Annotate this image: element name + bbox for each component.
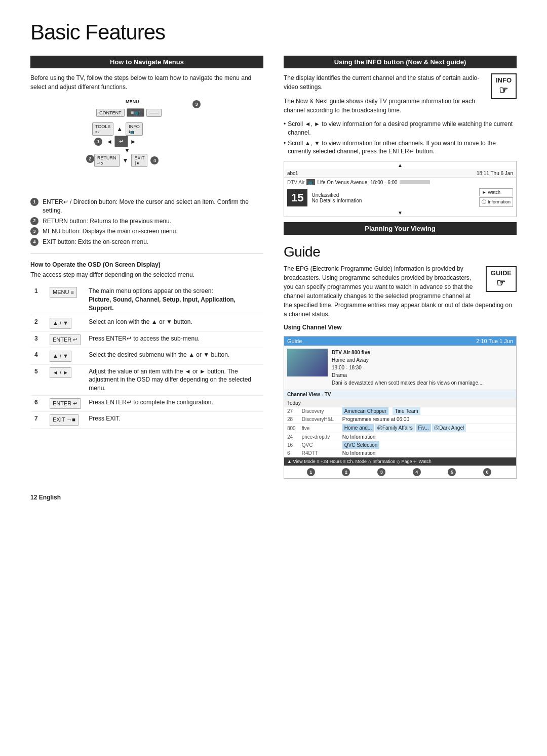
info-bullet-2-text: Scroll ▲, ▼ to view information for othe… bbox=[288, 139, 517, 156]
dpad-down: ▼ bbox=[124, 147, 130, 154]
osd-title: How to Operate the OSD (On Screen Displa… bbox=[30, 261, 263, 268]
ch-num-27: 27 bbox=[284, 407, 299, 415]
page-lang: English bbox=[39, 494, 61, 501]
ch-prog-27-2: Tine Team bbox=[393, 407, 420, 415]
guide-ch-row-6: 6 R4DTT No Information bbox=[284, 449, 516, 457]
guide-preview-image bbox=[287, 349, 328, 376]
watch-btn[interactable]: ► Watch bbox=[479, 188, 513, 196]
exit-btn-remote: EXIT│■ bbox=[131, 154, 147, 167]
today-label: Today bbox=[284, 399, 516, 407]
bullet-dot-2: • bbox=[284, 139, 286, 148]
ch-prog-28: Programmes resume at 06:00 bbox=[339, 415, 516, 424]
channel-view-label: Channel View - TV bbox=[287, 392, 331, 397]
info-section-header: Using the INFO button (Now & Next guide) bbox=[284, 56, 517, 68]
callout-1: 1 bbox=[94, 138, 102, 146]
bullet-1: 1 ENTER↵ / Direction button: Move the cu… bbox=[30, 198, 263, 215]
ch-prog-800-2: ⓂFamily Affairs bbox=[375, 424, 415, 432]
programme-name: Life On Venus Avenue bbox=[317, 180, 367, 185]
osd-key-1: MENU ≡ bbox=[46, 284, 85, 315]
osd-key-2: ▲ / ▼ bbox=[46, 315, 85, 331]
info-btn-remote: INFOℹ📺 bbox=[126, 122, 143, 136]
osd-key-3: ENTER ↵ bbox=[46, 331, 85, 348]
guide-callout-6: 6 bbox=[483, 468, 491, 476]
ch-prog-6: No Information bbox=[339, 449, 516, 457]
down-arrow: ▼ bbox=[123, 157, 129, 164]
osd-row-4: 4 ▲ / ▼ Select the desired submenu with … bbox=[30, 348, 263, 364]
channel-num-big: 15 bbox=[287, 189, 307, 206]
guide-callout-3: 3 bbox=[377, 468, 385, 476]
ch-prog-27-1: American Chopper bbox=[342, 407, 388, 415]
preview-channel: DTV Air 800 five bbox=[332, 349, 484, 356]
remote-second-row: TOOLS≡✓ ▲ INFOℹ📺 bbox=[92, 122, 143, 136]
callout-num-4: 4 bbox=[30, 238, 38, 246]
remote-top-row: CONTENT ≡📺 —— bbox=[96, 108, 162, 117]
remote-dpad-row: 1 ◄ ↵ ► bbox=[94, 136, 136, 147]
bullet-dot-1: • bbox=[284, 120, 286, 129]
channel-info-row: DTV Air 📺 Life On Venus Avenue 18:00 - 6… bbox=[284, 178, 516, 186]
bullet-2-text: RETURN button: Returns to the previous m… bbox=[43, 217, 171, 226]
left-arrow: ◄ bbox=[106, 138, 112, 145]
ch-name-6: R4DTT bbox=[299, 449, 339, 457]
osd-num-1: 1 bbox=[30, 284, 46, 315]
remote-diagram: MENU 3 CONTENT ≡📺 —— TOOLS≡✓ ▲ INFOℹ📺 bbox=[30, 99, 263, 190]
tools-btn: TOOLS≡✓ bbox=[92, 122, 113, 136]
info-bullet-1: • Scroll ◄, ► to view information for a … bbox=[284, 120, 517, 137]
callout-num-2: 2 bbox=[30, 217, 38, 225]
callout-num-1: 1 bbox=[30, 198, 38, 206]
menu-icon-btn: ≡📺 bbox=[127, 108, 145, 117]
osd-desc-4: Select the desired submenu with the ▲ or… bbox=[85, 348, 263, 364]
guide-btn-remote: —— bbox=[146, 109, 162, 117]
bullet-3: 3 MENU button: Displays the main on-scre… bbox=[30, 227, 263, 236]
using-channel-view-label: Using Channel View bbox=[284, 324, 517, 331]
osd-num-4: 4 bbox=[30, 348, 46, 364]
osd-key-4: ▲ / ▼ bbox=[46, 348, 85, 364]
guide-table-header: Guide 2:10 Tue 1 Jun bbox=[284, 337, 516, 346]
watch-info-btns: ► Watch ⓘ Information bbox=[477, 188, 513, 207]
no-detail-label: No Details Information bbox=[311, 198, 477, 203]
osd-desc-5: Adjust the value of an item with the ◄ o… bbox=[85, 364, 263, 395]
osd-row-6: 6 ENTER ↵ Press ENTER↵ to complete the c… bbox=[30, 395, 263, 411]
bullet-3-text: MENU button: Displays the main on-screen… bbox=[43, 227, 178, 236]
ch-prog-800-4: ⓈDark Angel bbox=[432, 424, 466, 432]
channel-info-box: ▲ abc1 18:11 Thu 6 Jan DTV Air 📺 Life On… bbox=[284, 161, 517, 217]
unclassified-label: Unclassified bbox=[311, 192, 477, 198]
nav-section: How to Navigate Menus Before using the T… bbox=[30, 56, 263, 246]
nav-section-header: How to Navigate Menus bbox=[30, 56, 263, 68]
ch-num-6: 6 bbox=[284, 449, 299, 457]
ch-prog-16-1: QVC Selection bbox=[342, 441, 380, 449]
ch-name-800: five bbox=[299, 424, 339, 433]
guide-callout-5: 5 bbox=[448, 468, 456, 476]
remote-bottom-row: RETURN↩➲ ▼ EXIT│■ 4 bbox=[94, 154, 161, 167]
guide-callout-4: 4 bbox=[413, 468, 421, 476]
osd-key-6: ENTER ↵ bbox=[46, 395, 85, 411]
guide-channel-list: 27 Discovery American Chopper Tine Team … bbox=[284, 407, 516, 457]
osd-row-5: 5 ◄ / ► Adjust the value of an item with… bbox=[30, 364, 263, 395]
channel-row-inner: DTV Air 📺 Life On Venus Avenue 18:00 - 6… bbox=[287, 179, 513, 185]
content-btn: CONTENT bbox=[96, 109, 125, 117]
ch-num-28: 28 bbox=[284, 415, 299, 424]
osd-desc-1: The main menu options appear on the scre… bbox=[85, 284, 263, 315]
guide-finger-icon: ☞ bbox=[491, 277, 512, 289]
osd-desc-3: Press ENTER↵ to access the sub-menu. bbox=[85, 331, 263, 348]
ch-num-24: 24 bbox=[284, 433, 299, 441]
right-arrow: ► bbox=[130, 138, 136, 145]
osd-num-5: 5 bbox=[30, 364, 46, 395]
guide-ch-row-16: 16 QVC QVC Selection bbox=[284, 441, 516, 449]
osd-key-5: ◄ / ► bbox=[46, 364, 85, 395]
osd-row-2: 2 ▲ / ▼ Select an icon with the ▲ or ▼ b… bbox=[30, 315, 263, 331]
channel-info-header: abc1 18:11 Thu 6 Jan bbox=[284, 169, 516, 178]
bullet-4: 4 EXIT button: Exits the on-screen menu. bbox=[30, 238, 263, 246]
guide-icon-box: GUIDE ☞ bbox=[486, 266, 517, 292]
guide-ch-row-27: 27 Discovery American Chopper Tine Team bbox=[284, 407, 516, 415]
info-btn[interactable]: ⓘ Information bbox=[479, 197, 513, 207]
info-bullet-2: • Scroll ▲, ▼ to view information for ot… bbox=[284, 139, 517, 156]
preview-time: 18:00 - 18:30 bbox=[332, 364, 484, 371]
osd-desc-6: Press ENTER↵ to complete the configurati… bbox=[85, 395, 263, 411]
up-arrow: ▲ bbox=[116, 125, 123, 133]
info-bullets: • Scroll ◄, ► to view information for a … bbox=[284, 120, 517, 156]
ch-prog-800-3: Fiv... bbox=[416, 424, 431, 432]
channel-num-row: 15 Unclassified No Details Information ►… bbox=[284, 186, 516, 209]
ch-time: 18:11 Thu 6 Jan bbox=[477, 171, 513, 176]
dtv-air-label: DTV Air bbox=[287, 180, 304, 185]
guide-footer: ▲ View Mode ≡ +24 Hours ≡ Ch. Mode ∩ Inf… bbox=[284, 457, 516, 466]
